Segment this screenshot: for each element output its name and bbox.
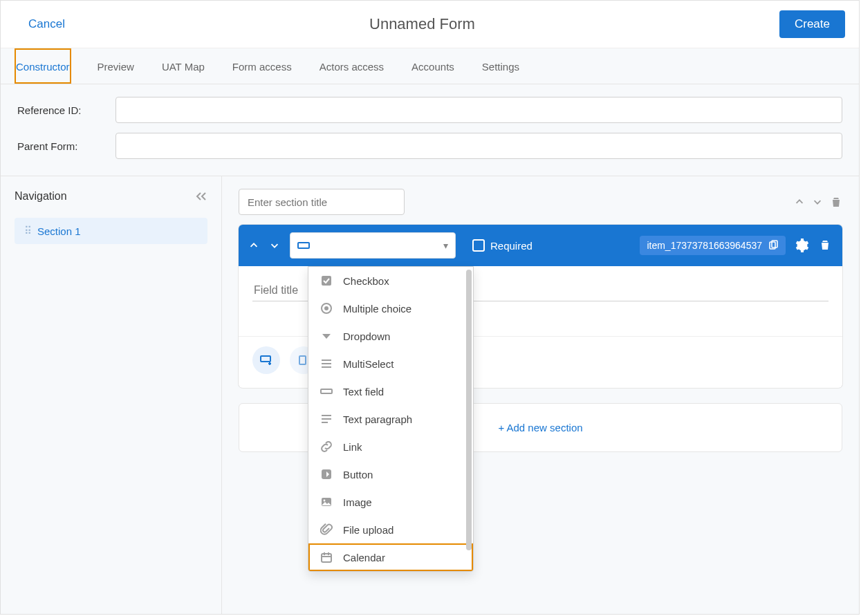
button-icon <box>320 467 333 481</box>
required-toggle[interactable]: Required <box>472 239 533 252</box>
dd-option-text-field[interactable]: Text field <box>308 377 473 405</box>
section-delete-icon[interactable] <box>830 196 842 208</box>
tab-uat-map[interactable]: UAT Map <box>160 48 206 84</box>
reference-id-label: Reference ID: <box>17 104 115 116</box>
main-area: ▾ Required item_17373781663964537 <box>222 176 859 614</box>
dd-option-image[interactable]: Image <box>308 488 473 516</box>
collapse-sidebar-icon[interactable] <box>195 192 207 201</box>
sidebar-item-section-1[interactable]: ⠿ Section 1 <box>15 218 207 244</box>
meta-area: Reference ID: Parent Form: <box>1 84 859 176</box>
radio-icon <box>320 301 333 315</box>
required-label: Required <box>490 240 533 252</box>
copy-icon[interactable] <box>768 240 779 251</box>
section-move-up-icon[interactable] <box>794 196 805 207</box>
textfield-icon <box>297 242 310 249</box>
sidebar-item-label: Section 1 <box>37 225 81 237</box>
field-move-up-icon[interactable] <box>248 240 259 251</box>
link-icon <box>320 440 333 454</box>
drag-handle-icon[interactable]: ⠿ <box>24 225 30 237</box>
field-delete-icon[interactable] <box>819 239 833 252</box>
sidebar-heading-row: Navigation <box>15 190 207 203</box>
multiselect-icon <box>320 357 333 371</box>
field-type-dropdown[interactable]: Checkbox Multiple choice D <box>308 266 474 572</box>
dd-option-dropdown[interactable]: Dropdown <box>308 322 473 350</box>
svg-rect-5 <box>321 389 332 393</box>
paragraph-icon <box>320 412 333 426</box>
cancel-button[interactable]: Cancel <box>28 17 65 31</box>
sidebar: Navigation ⠿ Section 1 <box>1 176 222 614</box>
section-title-input[interactable] <box>239 189 405 215</box>
tab-actors-access[interactable]: Actors access <box>318 48 385 84</box>
dd-option-text-paragraph[interactable]: Text paragraph <box>308 405 473 433</box>
dd-option-checkbox[interactable]: Checkbox <box>308 267 473 295</box>
dd-option-label: Image <box>343 496 372 508</box>
dd-option-label: Text field <box>343 386 384 398</box>
field-card: ▾ Required item_17373781663964537 <box>239 225 842 388</box>
svg-rect-10 <box>261 356 270 362</box>
tab-settings[interactable]: Settings <box>481 48 521 84</box>
dropdown-scrollbar[interactable] <box>466 270 472 550</box>
dd-option-multiselect[interactable]: MultiSelect <box>308 350 473 377</box>
caret-down-icon: ▾ <box>443 240 448 251</box>
svg-point-8 <box>324 500 326 502</box>
reference-id-input[interactable] <box>115 97 842 123</box>
parent-form-label: Parent Form: <box>17 140 115 152</box>
dropdown-icon <box>320 329 333 343</box>
body-split: Navigation ⠿ Section 1 <box>1 176 859 614</box>
sidebar-heading: Navigation <box>15 190 67 203</box>
form-title: Unnamed Form <box>65 15 779 33</box>
tab-form-access[interactable]: Form access <box>231 48 293 84</box>
parent-form-input[interactable] <box>115 133 842 159</box>
tabs-bar: Constructor Preview UAT Map Form access … <box>1 48 859 84</box>
parent-form-row: Parent Form: <box>17 133 842 159</box>
svg-rect-11 <box>299 356 306 364</box>
tab-preview[interactable]: Preview <box>96 48 136 84</box>
section-move-down-icon[interactable] <box>812 196 823 207</box>
dd-option-link[interactable]: Link <box>308 433 473 460</box>
checkbox-icon <box>472 239 485 252</box>
dd-option-label: Checkbox <box>343 275 389 287</box>
calendar-icon <box>320 550 333 564</box>
app-frame: Cancel Unnamed Form Create Constructor P… <box>0 0 860 615</box>
reference-id-row: Reference ID: <box>17 97 842 123</box>
dd-option-label: MultiSelect <box>343 358 394 370</box>
dd-option-label: File upload <box>343 524 394 536</box>
tab-accounts[interactable]: Accounts <box>410 48 456 84</box>
textfield-icon <box>320 384 333 398</box>
field-settings-icon[interactable] <box>795 239 809 252</box>
dd-option-file-upload[interactable]: File upload <box>308 516 473 543</box>
dd-option-label: Button <box>343 469 373 480</box>
dd-option-multiple-choice[interactable]: Multiple choice <box>308 295 473 322</box>
attachment-icon <box>320 523 333 536</box>
dd-option-calendar[interactable]: Calendar <box>308 543 473 571</box>
header-bar: Cancel Unnamed Form Create <box>1 1 859 48</box>
field-id-chip[interactable]: item_17373781663964537 <box>640 236 786 255</box>
field-move-down-icon[interactable] <box>269 240 280 251</box>
svg-rect-2 <box>322 276 331 286</box>
field-type-select[interactable]: ▾ <box>290 232 456 259</box>
field-id-text: item_17373781663964537 <box>647 240 762 251</box>
add-field-button[interactable] <box>252 346 280 374</box>
dd-option-label: Link <box>343 441 362 453</box>
tab-constructor[interactable]: Constructor <box>15 48 71 84</box>
dd-option-label: Calendar <box>343 552 385 563</box>
svg-point-4 <box>324 306 328 310</box>
field-toolbar: ▾ Required item_17373781663964537 <box>239 225 842 266</box>
dd-option-label: Multiple choice <box>343 303 411 315</box>
create-button[interactable]: Create <box>779 10 845 38</box>
section-header <box>239 189 842 215</box>
dd-option-button[interactable]: Button <box>308 460 473 488</box>
dd-option-label: Text paragraph <box>343 413 412 425</box>
checkbox-icon <box>320 274 333 288</box>
image-icon <box>320 495 333 509</box>
dd-option-label: Dropdown <box>343 330 390 342</box>
svg-rect-9 <box>322 554 331 562</box>
